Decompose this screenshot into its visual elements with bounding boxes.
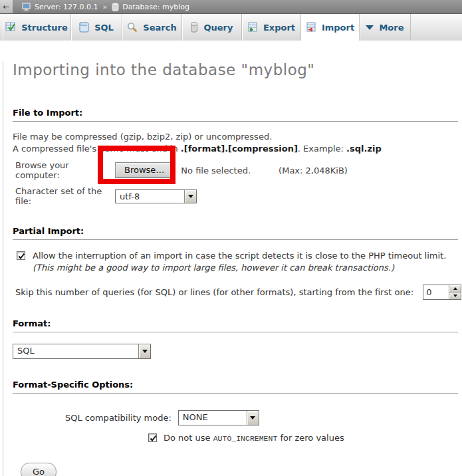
spinner-down-icon <box>453 295 457 297</box>
dropdown-arrow-icon <box>250 416 255 419</box>
breadcrumb-database[interactable]: Database: myblog <box>122 3 189 11</box>
zero-code: AUTO_INCREMENT <box>213 434 278 443</box>
spinner-up-button[interactable] <box>449 285 461 293</box>
section-heading-partial-import: Partial Import: <box>13 226 458 240</box>
tab-export[interactable]: Export <box>242 14 301 41</box>
section-heading-format-specific-options: Format-Specific Options: <box>13 380 458 394</box>
spinner-buttons <box>449 285 461 299</box>
interrupt-option-row: Allow the interruption of an import in c… <box>15 250 458 274</box>
checkmark-icon <box>17 252 26 261</box>
tab-label: SQL <box>94 23 114 33</box>
zero-values-row: Do not use AUTO_INCREMENT for zero value… <box>148 433 462 443</box>
sql-compatibility-selected-value: NONE <box>179 411 247 425</box>
charset-selected-value: utf-8 <box>116 190 184 203</box>
sql-compatibility-label: SQL compatibility mode: <box>65 413 172 423</box>
line2-prefix: A compressed file's name must end in <box>13 144 181 154</box>
section-heading-file-to-import: File to Import: <box>13 108 458 122</box>
export-icon <box>247 22 258 33</box>
tab-label: Export <box>263 23 295 33</box>
tab-query[interactable]: Query <box>182 14 242 41</box>
database-icon <box>112 3 119 11</box>
tab-import[interactable]: Import <box>301 14 360 41</box>
max-upload-size: (Max: 2,048KiB) <box>279 166 348 176</box>
line2-example: .sql.zip <box>346 144 382 154</box>
skip-queries-stepper <box>423 285 461 300</box>
tab-more[interactable]: More <box>360 14 411 41</box>
sql-compatibility-row: SQL compatibility mode: NONE <box>65 410 462 425</box>
tab-sql[interactable]: SQL <box>71 14 122 41</box>
tab-search[interactable]: Search <box>122 14 182 41</box>
section-heading-format: Format: <box>13 318 458 332</box>
skip-queries-row: Skip this number of queries (for SQL) or… <box>15 285 462 300</box>
zero-prefix: Do not use <box>164 433 213 443</box>
spinner-down-button[interactable] <box>449 293 461 299</box>
browse-label: Browse your computer: <box>15 160 115 180</box>
server-breadcrumb-bar: ← Server: 127.0.0.1 » Database: myblog <box>0 0 462 14</box>
format-selected-value: SQL <box>13 344 138 358</box>
skip-queries-input[interactable] <box>423 285 449 299</box>
interrupt-option-text: Allow the interruption of an import in c… <box>33 250 458 274</box>
zero-values-text: Do not use AUTO_INCREMENT for zero value… <box>164 433 344 443</box>
structure-icon <box>5 22 16 33</box>
tab-structure[interactable]: Structure <box>3 14 71 41</box>
tab-label: Structure <box>21 23 68 33</box>
interrupt-checkbox[interactable] <box>17 251 25 260</box>
charset-select[interactable]: utf-8 <box>115 189 197 203</box>
select-arrow-button[interactable] <box>184 190 196 203</box>
format-select[interactable]: SQL <box>13 344 151 359</box>
select-arrow-button[interactable] <box>247 411 259 425</box>
compression-info-line2: A compressed file's name must end in .[f… <box>13 143 462 155</box>
sql-compatibility-select[interactable]: NONE <box>178 410 259 425</box>
browse-row: Browse your computer: Browse… No file se… <box>15 160 462 180</box>
dropdown-arrow-icon <box>142 350 148 353</box>
tab-label: Query <box>203 23 233 33</box>
select-arrow-button[interactable] <box>138 344 150 358</box>
zero-suffix: for zero values <box>277 433 344 443</box>
tab-label: Search <box>143 23 176 33</box>
breadcrumb: Server: 127.0.0.1 » Database: myblog <box>22 0 189 13</box>
zero-values-checkbox[interactable] <box>148 433 157 442</box>
breadcrumb-server[interactable]: Server: 127.0.0.1 <box>35 3 98 11</box>
checkmark-icon <box>149 434 158 443</box>
chevron-down-icon <box>366 25 374 30</box>
import-page: Importing into the database "myblog" Fil… <box>3 61 462 476</box>
charset-row: Character set of the file: utf-8 <box>15 186 462 206</box>
line2-mid: . Example: <box>298 144 346 154</box>
interrupt-note: (This might be a good way to import larg… <box>33 263 394 273</box>
compression-info-line1: File may be compressed (gzip, bzip2, zip… <box>13 131 462 143</box>
tab-bar: Structure SQL Search Query <box>0 14 462 41</box>
sql-icon <box>79 22 89 33</box>
line2-format-pattern: .[format].[compression] <box>181 144 298 154</box>
back-button[interactable]: ← <box>0 0 13 13</box>
tab-label: Import <box>322 23 354 33</box>
page-title: Importing into the database "myblog" <box>13 61 462 78</box>
dropdown-arrow-icon <box>188 195 193 198</box>
go-button[interactable]: Go <box>21 463 57 476</box>
spinner-up-icon <box>453 287 457 290</box>
server-icon <box>22 3 31 11</box>
search-icon <box>127 22 138 33</box>
skip-queries-label: Skip this number of queries (for SQL) or… <box>15 287 413 297</box>
query-icon <box>190 22 198 33</box>
tab-label: More <box>379 23 404 33</box>
breadcrumb-separator: » <box>103 3 108 11</box>
browse-button[interactable]: Browse… <box>115 162 173 178</box>
no-file-selected-text: No file selected. <box>181 166 251 176</box>
import-icon <box>306 22 316 33</box>
charset-label: Character set of the file: <box>15 186 115 206</box>
file-input-divider <box>175 163 175 178</box>
interrupt-text: Allow the interruption of an import in c… <box>33 251 446 261</box>
